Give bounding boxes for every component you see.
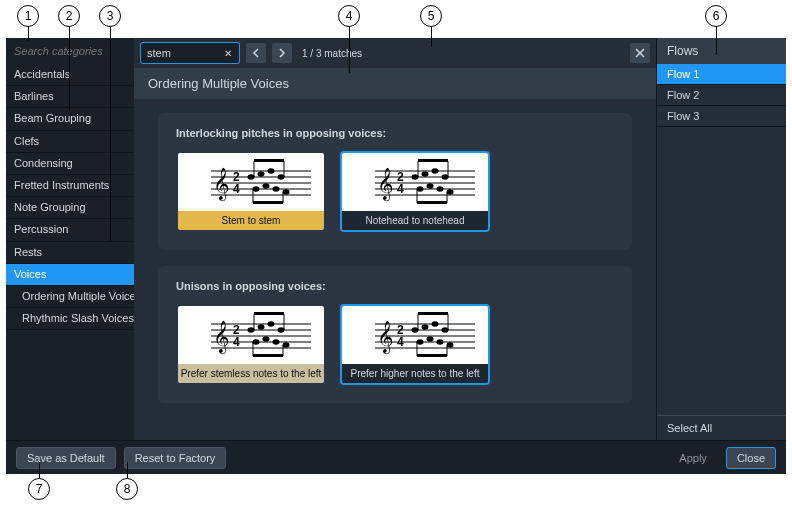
flow-item[interactable]: Flow 2 [657, 85, 786, 106]
save-as-default-button[interactable]: Save as Default [16, 447, 116, 469]
option-card[interactable]: 𝄞24Prefer stemless notes to the left [176, 304, 326, 385]
svg-rect-84 [418, 312, 448, 315]
svg-point-35 [427, 183, 434, 189]
option-label: Prefer stemless notes to the left [178, 364, 324, 383]
svg-text:4: 4 [397, 182, 404, 196]
match-count: 1 / 3 matches [302, 48, 362, 59]
category-item[interactable]: Clefs [6, 131, 134, 153]
options-content: Interlocking pitches in opposing voices:… [134, 99, 656, 440]
option-group: Unisons in opposing voices:𝄞24Prefer ste… [158, 266, 632, 403]
svg-point-31 [422, 171, 429, 177]
svg-text:4: 4 [233, 335, 240, 349]
notation-preview: 𝄞24 [342, 306, 488, 364]
category-item[interactable]: Fretted Instruments [6, 175, 134, 197]
reset-to-factory-button[interactable]: Reset to Factory [124, 447, 227, 469]
option-card[interactable]: 𝄞24Notehead to notehead [340, 151, 490, 232]
callout-5: 5 [420, 5, 442, 27]
clear-search-icon[interactable]: ✕ [221, 46, 235, 60]
search-input[interactable] [145, 46, 221, 60]
svg-text:𝄞: 𝄞 [377, 167, 394, 202]
category-item[interactable]: Condensing [6, 153, 134, 175]
close-search-button[interactable] [630, 43, 650, 63]
prev-match-button[interactable] [246, 43, 266, 63]
svg-point-76 [432, 321, 439, 327]
category-item[interactable]: Percussion [6, 219, 134, 241]
category-item[interactable]: Note Grouping [6, 197, 134, 219]
category-subitem[interactable]: Ordering Multiple Voices [6, 286, 134, 308]
svg-point-80 [437, 339, 444, 345]
svg-point-77 [442, 327, 449, 333]
option-label: Prefer higher notes to the left [342, 364, 488, 383]
svg-point-81 [447, 342, 454, 348]
callout-6: 6 [705, 5, 727, 27]
svg-point-57 [263, 336, 270, 342]
svg-point-11 [278, 174, 285, 180]
category-subitem[interactable]: Rhythmic Slash Voices [6, 308, 134, 330]
svg-point-32 [432, 168, 439, 174]
svg-point-33 [442, 174, 449, 180]
svg-text:𝄞: 𝄞 [213, 167, 230, 202]
svg-point-14 [273, 186, 280, 192]
callout-7: 7 [28, 478, 50, 500]
svg-point-30 [412, 174, 419, 180]
option-group-title: Unisons in opposing voices: [176, 280, 614, 292]
category-sidebar: AccidentalsBarlinesBeam GroupingClefsCon… [6, 38, 134, 440]
svg-point-53 [258, 324, 265, 330]
search-bar: ✕ 1 / 3 matches [134, 38, 656, 68]
search-input-wrapper: ✕ [140, 42, 240, 64]
svg-text:𝄞: 𝄞 [213, 320, 230, 355]
svg-point-58 [273, 339, 280, 345]
svg-point-56 [253, 339, 260, 345]
app-window: AccidentalsBarlinesBeam GroupingClefsCon… [6, 38, 786, 474]
svg-point-54 [268, 321, 275, 327]
svg-rect-87 [417, 354, 447, 357]
svg-point-75 [422, 324, 429, 330]
svg-point-37 [447, 189, 454, 195]
notation-preview: 𝄞24 [178, 306, 324, 364]
apply-button[interactable]: Apply [668, 447, 718, 469]
callout-1: 1 [17, 5, 39, 27]
category-item[interactable]: Barlines [6, 86, 134, 108]
svg-point-34 [417, 186, 424, 192]
svg-point-12 [253, 186, 260, 192]
footer: Save as Default Reset to Factory Apply C… [6, 440, 786, 474]
category-item[interactable]: Beam Grouping [6, 108, 134, 130]
next-match-button[interactable] [272, 43, 292, 63]
svg-rect-43 [417, 201, 447, 204]
category-item[interactable]: Voices [6, 264, 134, 286]
svg-point-13 [263, 183, 270, 189]
svg-point-78 [417, 339, 424, 345]
svg-rect-62 [254, 312, 284, 315]
category-item[interactable]: Accidentals [6, 64, 134, 86]
option-group: Interlocking pitches in opposing voices:… [158, 113, 632, 250]
svg-point-59 [283, 342, 290, 348]
option-label: Notehead to notehead [342, 211, 488, 230]
callout-4: 4 [338, 5, 360, 27]
search-categories-input[interactable] [8, 40, 132, 62]
flow-item[interactable]: Flow 3 [657, 106, 786, 127]
select-all-flows[interactable]: Select All [657, 415, 786, 440]
option-card[interactable]: 𝄞24Prefer higher notes to the left [340, 304, 490, 385]
callout-3: 3 [99, 5, 121, 27]
category-item[interactable]: Rests [6, 242, 134, 264]
svg-rect-18 [254, 159, 284, 162]
close-button[interactable]: Close [726, 447, 776, 469]
svg-point-74 [412, 327, 419, 333]
main-panel: ✕ 1 / 3 matches Ordering Multiple Voices… [134, 38, 656, 440]
svg-point-52 [248, 327, 255, 333]
option-card[interactable]: 𝄞24Stem to stem [176, 151, 326, 232]
svg-point-15 [283, 189, 290, 195]
flows-header: Flows [657, 38, 786, 64]
flow-item[interactable]: Flow 1 [657, 64, 786, 85]
callout-8: 8 [116, 478, 138, 500]
svg-point-9 [258, 171, 265, 177]
section-header: Ordering Multiple Voices [134, 68, 656, 99]
svg-point-55 [278, 327, 285, 333]
notation-preview: 𝄞24 [342, 153, 488, 211]
svg-rect-21 [253, 201, 283, 204]
callout-2: 2 [58, 5, 80, 27]
option-group-title: Interlocking pitches in opposing voices: [176, 127, 614, 139]
svg-text:4: 4 [397, 335, 404, 349]
svg-point-10 [268, 168, 275, 174]
svg-text:𝄞: 𝄞 [377, 320, 394, 355]
